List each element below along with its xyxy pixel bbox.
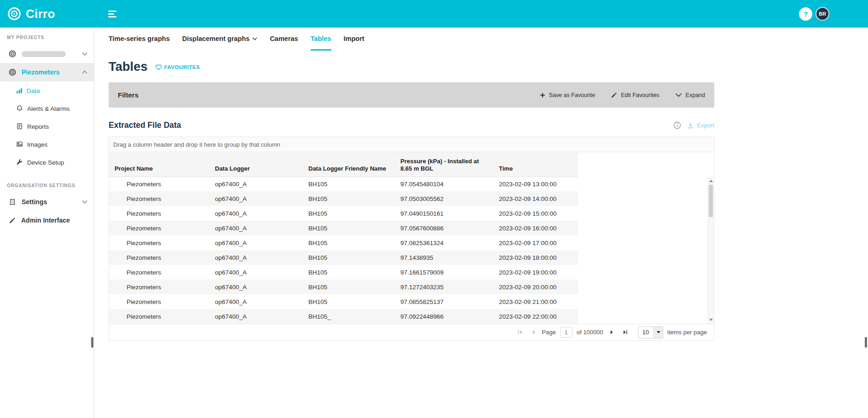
sidebar-item-images[interactable]: Images [0,135,94,153]
column-header[interactable]: Data Logger Friendly Name [303,152,395,177]
sidebar: MY PROJECTS Piezometers Data [0,28,94,418]
save-as-favourite-button[interactable]: + Save as Favourite [540,92,595,98]
edit-favourites-button[interactable]: Edit Favourites [611,92,659,98]
sidebar-scrollbar-thumb[interactable] [91,337,93,348]
column-header[interactable]: Time [493,152,578,177]
page-label: Page [542,329,556,336]
sidebar-item-admin-interface[interactable]: Admin Interface [0,211,94,229]
table-row[interactable]: Piezometersop67400_ABH10597.056760088620… [109,221,578,235]
export-link[interactable]: Export [687,122,714,129]
chevron-down-icon [675,93,682,97]
sidebar-item-label: Piezometers [22,69,59,76]
page-number-input[interactable] [560,327,573,338]
sidebar-item-device-setup[interactable]: Device Setup [0,153,94,171]
table-cell: 2023-02-09 13:00:00 [493,177,578,191]
table-cell: 97.0855825137 [395,294,493,309]
pager: Page of 100000 10 items per page [109,324,714,340]
group-drop-zone[interactable]: Drag a column header and drop it here to… [109,137,714,152]
table-cell: 2023-02-09 17:00:00 [493,235,578,250]
table-cell: Piezometers [109,206,209,221]
tab-label: Tables [311,35,331,42]
page-count-label: of 100000 [577,329,603,336]
sidebar-toggle-button[interactable] [105,8,119,20]
chevron-down-icon [252,37,257,40]
table-row[interactable]: Piezometersop67400_ABH10597.085582513720… [109,294,578,309]
items-per-page-label: items per page [667,329,707,336]
data-table: Project NameData LoggerData Logger Frien… [109,152,578,324]
table-scrollbar[interactable] [707,177,714,324]
column-header[interactable]: Project Name [109,152,209,177]
page-size-select[interactable]: 10 [638,326,663,338]
help-button[interactable]: ? [799,7,812,21]
favourites-link[interactable]: FAVOURITES [155,64,200,70]
tab-bar: Time-series graphs Displacement graphs C… [109,35,714,51]
table-cell: BH105 [303,280,395,294]
table-cell: 97.0922448966 [395,309,493,324]
table-cell: Piezometers [109,309,209,324]
avatar[interactable]: BR [816,7,829,21]
page-scrollbar-thumb[interactable] [865,337,867,348]
table-row[interactable]: Piezometersop67400_ABH10597.166157900920… [109,265,578,280]
group-hint-text: Drag a column header and drop it here to… [113,141,280,148]
table-cell: 2023-02-09 22:00:00 [493,309,578,324]
sidebar-item-settings[interactable]: Settings [0,193,94,211]
last-page-button[interactable] [621,328,630,337]
filters-panel: Filters + Save as Favourite Edit Favouri… [109,82,714,108]
table-row[interactable]: Piezometersop67400_ABH10597.082536132420… [109,235,578,250]
table-cell: op67400_A [209,177,303,191]
sidebar-item-piezometers[interactable]: Piezometers [0,63,94,81]
table-cell: 2023-02-09 20:00:00 [493,280,578,294]
table-cell: Piezometers [109,265,209,280]
first-page-button[interactable] [515,328,524,337]
table-cell: op67400_A [209,206,303,221]
tab-label: Cameras [270,35,298,42]
wrench-icon [16,159,23,166]
expand-filters-button[interactable]: Expand [675,92,705,98]
brand[interactable]: Cirro [0,7,94,21]
table-row[interactable]: Piezometersop67400_ABH10597.054548010420… [109,177,578,191]
sidebar-item-label: Alerts & Alarms [27,105,69,112]
tab-displacement-graphs[interactable]: Displacement graphs [182,35,258,51]
organisation-settings-label: ORGANISATION SETTINGS [0,171,94,193]
tab-import[interactable]: Import [344,35,365,51]
sidebar-item-reports[interactable]: Reports [0,117,94,135]
scroll-down-icon[interactable] [708,316,714,323]
sidebar-item-data[interactable]: Data [0,81,94,99]
export-label: Export [697,122,714,129]
sidebar-item-alerts-alarms[interactable]: Alerts & Alarms [0,99,94,117]
table-body: Piezometersop67400_ABH10597.054548010420… [109,177,578,324]
table-row[interactable]: Piezometersop67400_ABH10597.14389352023-… [109,250,578,265]
brand-name: Cirro [26,7,55,21]
chevron-down-icon [654,327,663,338]
target-icon [9,50,16,57]
table-scrollbar-thumb[interactable] [709,185,713,217]
tab-tables[interactable]: Tables [311,35,331,51]
info-icon[interactable] [673,121,681,129]
table-row[interactable]: Piezometersop67400_ABH10597.127240323520… [109,280,578,294]
next-page-button[interactable] [608,328,617,337]
bar-chart-icon [16,87,23,94]
tab-cameras[interactable]: Cameras [270,35,298,51]
table-cell: BH105 [303,235,395,250]
topbar: Cirro ? BR [0,0,868,28]
table-cell: Piezometers [109,294,209,309]
previous-page-button[interactable] [528,328,538,337]
table-cell: 97.0825361324 [395,235,493,250]
save-as-favourite-label: Save as Favourite [549,92,595,98]
tab-time-series-graphs[interactable]: Time-series graphs [109,35,170,51]
table-cell: 97.1272403235 [395,280,493,294]
table-row[interactable]: Piezometersop67400_ABH105_97.09224489662… [109,309,578,324]
table-cell: 2023-02-09 14:00:00 [493,191,578,206]
table-cell: op67400_A [209,280,303,294]
table-cell: op67400_A [209,250,303,265]
table-row[interactable]: Piezometersop67400_ABH10597.050300556220… [109,191,578,206]
table-row[interactable]: Piezometersop67400_ABH10597.049015016120… [109,206,578,221]
sidebar-item-label: Device Setup [27,159,64,166]
table-cell: 97.0490150161 [395,206,493,221]
scroll-up-icon[interactable] [708,178,714,184]
column-header[interactable]: Pressure (kPa) - Installed at 8.65 m BGL [395,152,493,177]
column-header[interactable]: Data Logger [209,152,303,177]
section-title: Extracted File Data [109,120,181,130]
sidebar-item-project[interactable] [0,45,94,63]
table-cell: Piezometers [109,221,209,235]
